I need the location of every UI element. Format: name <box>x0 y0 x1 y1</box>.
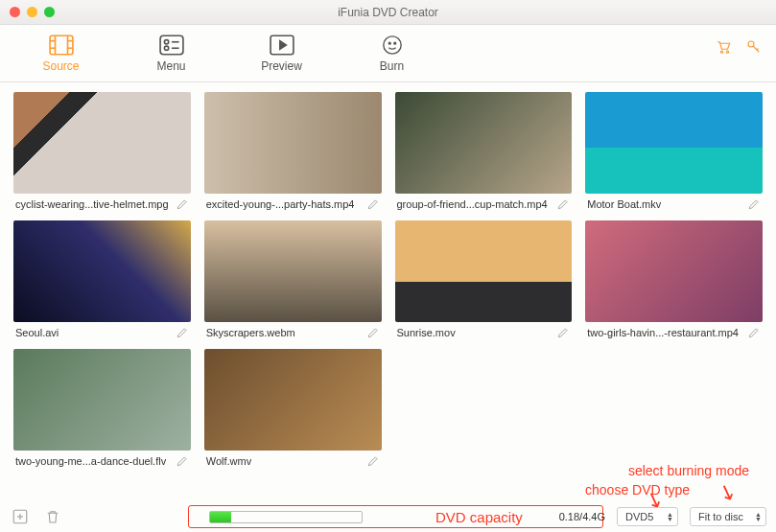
video-thumb[interactable] <box>204 349 382 451</box>
video-card[interactable]: Seoul.avi <box>13 220 191 341</box>
svg-point-18 <box>726 51 728 53</box>
delete-button[interactable] <box>42 506 63 527</box>
video-filename: Skyscrapers.webm <box>206 327 295 338</box>
key-icon[interactable] <box>745 38 763 58</box>
annotation-choose-type: choose DVD type <box>585 482 690 497</box>
video-thumb[interactable] <box>204 220 382 322</box>
svg-point-16 <box>393 42 395 44</box>
cart-icon[interactable] <box>715 38 732 58</box>
burn-mode-select[interactable]: Fit to disc ▲▼ <box>690 507 766 526</box>
video-filename: excited-young-...party-hats.mp4 <box>206 198 355 210</box>
edit-icon[interactable] <box>366 326 380 339</box>
video-card[interactable]: excited-young-...party-hats.mp4 <box>204 92 382 213</box>
video-card[interactable]: two-young-me...a-dance-duel.flv <box>13 349 191 470</box>
svg-point-8 <box>164 39 168 43</box>
toolbar: Source Menu Preview Burn <box>0 25 776 82</box>
video-filename: two-young-me...a-dance-duel.flv <box>15 455 166 467</box>
tab-burn[interactable]: Burn <box>337 35 447 73</box>
svg-rect-7 <box>160 35 183 55</box>
close-icon[interactable] <box>10 7 20 17</box>
tab-menu[interactable]: Menu <box>116 35 226 73</box>
edit-icon[interactable] <box>176 326 189 339</box>
svg-point-9 <box>164 46 168 50</box>
video-filename: Wolf.wmv <box>206 455 251 467</box>
capacity-label: DVD capacity <box>435 509 523 525</box>
video-thumb[interactable] <box>13 220 191 322</box>
video-card[interactable]: Skyscrapers.webm <box>204 220 382 341</box>
video-card[interactable]: cyclist-wearing...tive-helmet.mpg <box>13 92 191 213</box>
video-filename: Seoul.avi <box>15 327 59 338</box>
tab-source[interactable]: Source <box>6 35 116 73</box>
stepper-icon: ▲▼ <box>667 512 673 521</box>
svg-point-15 <box>388 42 390 44</box>
window-controls <box>0 7 55 17</box>
edit-icon[interactable] <box>747 197 761 211</box>
edit-icon[interactable] <box>747 326 761 339</box>
edit-icon[interactable] <box>556 326 570 339</box>
capacity-meter: DVD capacity 0.18/4.4G <box>209 509 605 525</box>
tab-source-label: Source <box>42 59 79 73</box>
svg-rect-0 <box>50 35 73 55</box>
video-thumb[interactable] <box>395 220 573 322</box>
bottom-bar: DVD capacity 0.18/4.4G DVD5 ▲▼ Fit to di… <box>0 501 776 532</box>
edit-icon[interactable] <box>366 454 380 468</box>
edit-icon[interactable] <box>176 197 189 211</box>
video-filename: Motor Boat.mkv <box>587 198 661 210</box>
tab-preview[interactable]: Preview <box>226 35 337 73</box>
video-card[interactable]: group-of-friend...cup-match.mp4 <box>395 92 573 213</box>
capacity-bar <box>209 511 363 523</box>
dvd-type-select[interactable]: DVD5 ▲▼ <box>617 507 678 526</box>
svg-point-17 <box>720 51 722 53</box>
titlebar: iFunia DVD Creator <box>0 0 776 25</box>
video-thumb[interactable] <box>585 220 763 322</box>
edit-icon[interactable] <box>366 197 380 211</box>
zoom-icon[interactable] <box>44 7 55 17</box>
capacity-used: 0.18/4.4G <box>559 511 605 522</box>
edit-icon[interactable] <box>176 454 189 468</box>
main-tabs: Source Menu Preview Burn <box>6 35 447 73</box>
annotation-select-mode: select burning mode <box>628 463 749 478</box>
video-card[interactable]: Sunrise.mov <box>395 220 573 341</box>
add-button[interactable] <box>10 506 31 527</box>
video-filename: two-girls-havin...-restaurant.mp4 <box>587 327 739 338</box>
video-card[interactable]: two-girls-havin...-restaurant.mp4 <box>585 220 763 341</box>
burn-mode-value: Fit to disc <box>698 511 743 522</box>
svg-marker-13 <box>279 40 286 49</box>
edit-icon[interactable] <box>556 197 570 211</box>
video-thumb[interactable] <box>204 92 382 194</box>
video-grid: cyclist-wearing...tive-helmet.mpg excite… <box>0 82 776 475</box>
video-thumb[interactable] <box>13 349 191 451</box>
minimize-icon[interactable] <box>27 7 37 17</box>
video-thumb[interactable] <box>585 92 763 194</box>
tab-menu-label: Menu <box>156 59 185 73</box>
video-thumb[interactable] <box>395 92 573 194</box>
video-thumb[interactable] <box>13 92 191 194</box>
video-filename: group-of-friend...cup-match.mp4 <box>397 198 548 210</box>
tab-burn-label: Burn <box>380 59 404 73</box>
video-filename: Sunrise.mov <box>397 327 456 338</box>
video-card[interactable]: Motor Boat.mkv <box>585 92 763 213</box>
window-title: iFunia DVD Creator <box>0 6 776 19</box>
stepper-icon: ▲▼ <box>755 512 762 521</box>
video-filename: cyclist-wearing...tive-helmet.mpg <box>15 198 169 210</box>
dvd-type-value: DVD5 <box>625 511 653 522</box>
svg-point-14 <box>383 35 400 53</box>
video-card[interactable]: Wolf.wmv <box>204 349 382 470</box>
svg-point-19 <box>748 41 754 47</box>
tab-preview-label: Preview <box>261 59 302 73</box>
